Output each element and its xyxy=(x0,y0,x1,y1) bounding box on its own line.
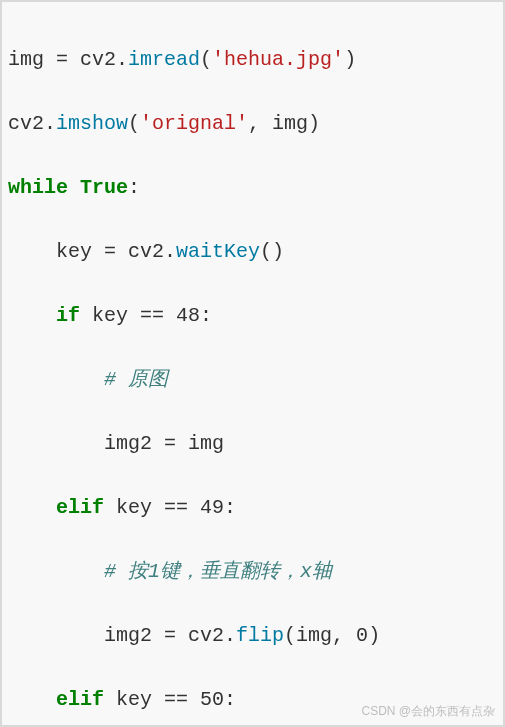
token-dot: . xyxy=(116,48,128,71)
token-space xyxy=(188,688,200,711)
token-paren: ) xyxy=(368,624,380,647)
token-op: == xyxy=(140,304,164,327)
token-dot: . xyxy=(224,624,236,647)
token-number: 50 xyxy=(200,688,224,711)
token-indent xyxy=(8,560,104,583)
token-paren: () xyxy=(260,240,284,263)
token-colon: : xyxy=(224,496,236,519)
token-keyword: elif xyxy=(56,688,104,711)
token-number: 0 xyxy=(356,624,368,647)
token-text: key xyxy=(104,688,164,711)
token-colon: : xyxy=(200,304,212,327)
token-op: = xyxy=(104,240,116,263)
token-bool: True xyxy=(80,176,128,199)
code-line: elif key == 49: xyxy=(8,492,497,524)
code-block: img = cv2.imread('hehua.jpg') cv2.imshow… xyxy=(0,0,505,727)
code-line: # 按1键，垂直翻转，x轴 xyxy=(8,556,497,588)
token-indent xyxy=(8,304,56,327)
token-space xyxy=(164,304,176,327)
token-text: img2 xyxy=(8,624,164,647)
token-colon: : xyxy=(128,176,140,199)
token-text: key xyxy=(8,240,104,263)
token-text: img xyxy=(8,48,56,71)
token-space xyxy=(68,176,80,199)
token-dot: . xyxy=(44,112,56,135)
token-func: waitKey xyxy=(176,240,260,263)
token-op: = xyxy=(164,624,176,647)
token-text: (img, xyxy=(284,624,356,647)
token-op: = xyxy=(56,48,68,71)
token-indent xyxy=(8,368,104,391)
token-paren: ) xyxy=(344,48,356,71)
token-space xyxy=(188,496,200,519)
token-text: , img) xyxy=(248,112,320,135)
token-text: cv2 xyxy=(176,624,224,647)
watermark: CSDN @会的东西有点杂 xyxy=(361,702,495,721)
token-dot: . xyxy=(164,240,176,263)
code-line: while True: xyxy=(8,172,497,204)
token-func: flip xyxy=(236,624,284,647)
token-text: key xyxy=(80,304,140,327)
token-text: img2 xyxy=(8,432,164,455)
token-number: 48 xyxy=(176,304,200,327)
token-paren: ( xyxy=(128,112,140,135)
token-keyword: elif xyxy=(56,496,104,519)
token-number: 49 xyxy=(200,496,224,519)
token-indent xyxy=(8,688,56,711)
code-line: img2 = img xyxy=(8,428,497,460)
token-func: imread xyxy=(128,48,200,71)
token-func: imshow xyxy=(56,112,128,135)
token-text: cv2 xyxy=(8,112,44,135)
token-comment: # 原图 xyxy=(104,368,168,391)
token-string: 'hehua.jpg' xyxy=(212,48,344,71)
token-op: = xyxy=(164,432,176,455)
token-text: img xyxy=(176,432,224,455)
code-line: key = cv2.waitKey() xyxy=(8,236,497,268)
token-paren: ( xyxy=(200,48,212,71)
token-op: == xyxy=(164,496,188,519)
token-text: key xyxy=(104,496,164,519)
token-keyword: while xyxy=(8,176,68,199)
token-indent xyxy=(8,496,56,519)
code-line: # 原图 xyxy=(8,364,497,396)
token-op: == xyxy=(164,688,188,711)
token-keyword: if xyxy=(56,304,80,327)
token-colon: : xyxy=(224,688,236,711)
code-line: img = cv2.imread('hehua.jpg') xyxy=(8,44,497,76)
token-text: cv2 xyxy=(68,48,116,71)
token-text: cv2 xyxy=(116,240,164,263)
code-line: if key == 48: xyxy=(8,300,497,332)
code-line: cv2.imshow('orignal', img) xyxy=(8,108,497,140)
token-string: 'orignal' xyxy=(140,112,248,135)
code-line: img2 = cv2.flip(img, 0) xyxy=(8,620,497,652)
token-comment: # 按1键，垂直翻转，x轴 xyxy=(104,560,332,583)
